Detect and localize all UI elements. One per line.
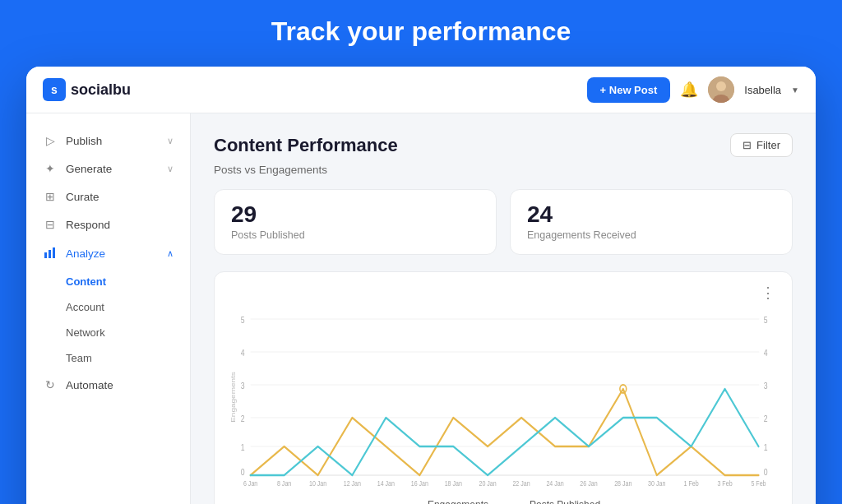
- stat-number-engagements: 24: [527, 203, 775, 226]
- sidebar-sub-team[interactable]: Team: [66, 345, 190, 371]
- svg-text:1: 1: [241, 442, 245, 452]
- svg-text:3 Feb: 3 Feb: [717, 479, 733, 488]
- svg-text:12 Jan: 12 Jan: [344, 479, 361, 488]
- svg-rect-5: [53, 247, 55, 258]
- svg-text:16 Jan: 16 Jan: [411, 479, 428, 488]
- sidebar-item-respond[interactable]: ⊟ Respond: [26, 210, 190, 238]
- sidebar-item-generate[interactable]: ✦ Generate ∨: [26, 155, 190, 183]
- filter-label: Filter: [756, 139, 780, 151]
- legend-engagements: Engagements: [406, 499, 488, 504]
- chart-svg: 5 4 3 2 1 0 Engagements 5 4 3 2 1: [231, 307, 775, 488]
- sidebar-label-analyze: Analyze: [66, 247, 105, 260]
- sidebar-item-analyze[interactable]: Analyze ∧: [26, 238, 190, 269]
- content-area: Content Performance ⊟ Filter Posts vs En…: [191, 113, 816, 504]
- sidebar-item-publish[interactable]: ▷ Publish ∨: [26, 127, 190, 155]
- chart-container: ⋮ 5 4 3 2 1 0 Engagements 5: [214, 271, 793, 504]
- stat-label-engagements: Engagements Received: [527, 229, 775, 241]
- svg-text:Posts Published: Posts Published: [774, 368, 775, 427]
- svg-text:22 Jan: 22 Jan: [512, 479, 530, 488]
- logo: s socialbu: [43, 78, 131, 101]
- legend-posts: Posts Published: [508, 499, 600, 504]
- svg-text:2: 2: [241, 414, 245, 423]
- filter-icon: ⊟: [743, 139, 752, 151]
- avatar: [708, 76, 734, 103]
- sidebar-sub-analyze: Content Account Network Team: [26, 269, 190, 371]
- chart-legend: Engagements Posts Published: [231, 499, 775, 504]
- filter-button[interactable]: ⊟ Filter: [730, 133, 793, 157]
- chart-subtitle: Posts vs Engagements: [214, 164, 793, 176]
- svg-rect-4: [49, 250, 51, 258]
- svg-text:5 Feb: 5 Feb: [751, 479, 766, 488]
- svg-text:5: 5: [241, 315, 245, 325]
- stat-number-posts: 29: [231, 203, 479, 226]
- svg-text:1 Feb: 1 Feb: [683, 479, 699, 488]
- svg-text:6 Jan: 6 Jan: [243, 479, 257, 488]
- chart-menu-icon[interactable]: ⋮: [761, 285, 775, 300]
- svg-rect-3: [44, 252, 47, 258]
- svg-text:0: 0: [764, 467, 768, 477]
- logo-text: socialbu: [71, 81, 131, 99]
- svg-text:2: 2: [764, 414, 768, 423]
- chevron-generate-icon: ∨: [167, 164, 173, 174]
- legend-label-posts: Posts Published: [530, 499, 600, 504]
- svg-text:28 Jan: 28 Jan: [614, 479, 632, 488]
- svg-text:10 Jan: 10 Jan: [309, 479, 326, 488]
- svg-text:20 Jan: 20 Jan: [479, 479, 496, 488]
- svg-text:5: 5: [764, 315, 768, 325]
- chevron-analyze-icon: ∧: [167, 248, 173, 259]
- sidebar-sub-content[interactable]: Content: [66, 269, 190, 294]
- sidebar-label-publish: Publish: [66, 135, 102, 147]
- logo-icon: s: [43, 78, 66, 101]
- svg-text:3: 3: [241, 381, 245, 391]
- stats-row: 29 Posts Published 24 Engagements Receiv…: [214, 189, 793, 255]
- generate-icon: ✦: [43, 162, 58, 175]
- main-layout: ▷ Publish ∨ ✦ Generate ∨ ⊞ Curate: [26, 113, 816, 504]
- chevron-down-icon[interactable]: ▼: [791, 86, 799, 95]
- app-window: s socialbu + New Post 🔔 Isabella ▼ ▷: [26, 67, 816, 504]
- svg-text:26 Jan: 26 Jan: [580, 479, 597, 488]
- stat-card-posts: 29 Posts Published: [214, 189, 497, 255]
- svg-point-1: [716, 81, 726, 91]
- user-name: Isabella: [744, 84, 781, 96]
- sidebar-item-curate[interactable]: ⊞ Curate: [26, 183, 190, 210]
- page-title: Content Performance: [214, 135, 398, 156]
- chevron-publish-icon: ∨: [167, 136, 173, 146]
- automate-icon: ↻: [43, 378, 58, 391]
- analyze-icon: [43, 246, 58, 261]
- sidebar-label-curate: Curate: [66, 191, 99, 203]
- legend-label-engagements: Engagements: [428, 499, 488, 504]
- new-post-button[interactable]: + New Post: [587, 77, 671, 103]
- bell-icon[interactable]: 🔔: [680, 81, 698, 99]
- sidebar-label-respond: Respond: [66, 219, 110, 231]
- top-bar: s socialbu + New Post 🔔 Isabella ▼: [26, 67, 816, 113]
- page-heading: Track your performance: [271, 16, 571, 47]
- sidebar-label-generate: Generate: [66, 163, 112, 175]
- top-bar-right: + New Post 🔔 Isabella ▼: [587, 76, 799, 103]
- respond-icon: ⊟: [43, 218, 58, 231]
- stat-label-posts: Posts Published: [231, 229, 479, 241]
- publish-icon: ▷: [43, 134, 58, 147]
- sidebar-label-automate: Automate: [66, 379, 113, 391]
- svg-text:18 Jan: 18 Jan: [445, 479, 462, 488]
- sidebar-sub-network[interactable]: Network: [66, 320, 190, 345]
- svg-text:4: 4: [764, 348, 768, 358]
- curate-icon: ⊞: [43, 190, 58, 203]
- svg-text:14 Jan: 14 Jan: [377, 479, 395, 488]
- svg-text:8 Jan: 8 Jan: [277, 479, 291, 488]
- svg-text:Engagements: Engagements: [231, 372, 236, 423]
- svg-text:0: 0: [241, 467, 245, 477]
- content-header: Content Performance ⊟ Filter: [214, 133, 793, 157]
- svg-text:4: 4: [241, 348, 245, 358]
- svg-text:1: 1: [764, 442, 768, 452]
- stat-card-engagements: 24 Engagements Received: [510, 189, 793, 255]
- sidebar-item-automate[interactable]: ↻ Automate: [26, 371, 190, 399]
- chart-header: ⋮: [231, 285, 775, 300]
- svg-text:30 Jan: 30 Jan: [648, 479, 665, 488]
- sidebar-sub-account[interactable]: Account: [66, 294, 190, 320]
- svg-text:24 Jan: 24 Jan: [546, 479, 563, 488]
- chart-svg-wrapper: 5 4 3 2 1 0 Engagements 5 4 3 2 1: [231, 307, 775, 491]
- svg-text:3: 3: [764, 381, 768, 391]
- sidebar: ▷ Publish ∨ ✦ Generate ∨ ⊞ Curate: [26, 113, 191, 504]
